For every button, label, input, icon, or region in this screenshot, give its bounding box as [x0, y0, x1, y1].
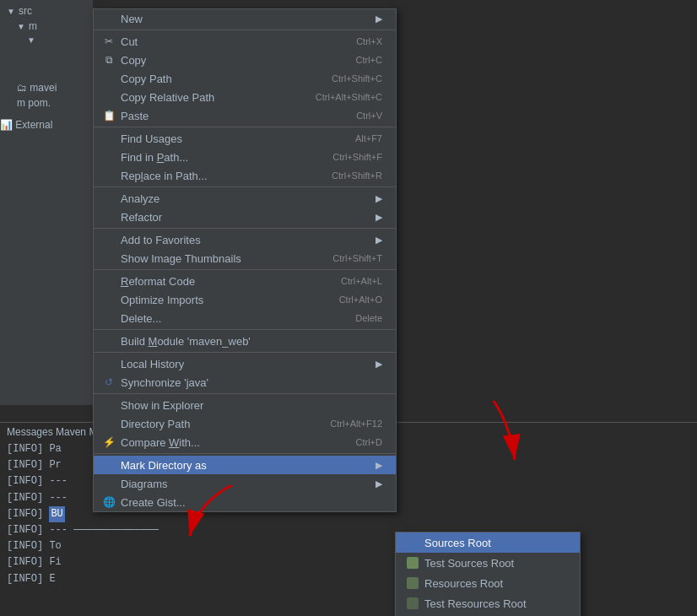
tree-external-label: 📊 External [0, 119, 52, 131]
menu-dir-path[interactable]: Directory Path Ctrl+Alt+F12 [94, 414, 396, 433]
tree-external[interactable]: 📊 External [0, 117, 93, 132]
menu-optimize[interactable]: Optimize Imports Ctrl+Alt+O [94, 290, 396, 309]
compare-icon: ⚡ [102, 435, 116, 449]
delete-shortcut: Delete [355, 313, 382, 323]
tree-src-label: src [19, 5, 32, 17]
menu-sync-label: Synchronize 'java' [121, 376, 208, 389]
menu-copy-path-label: Copy Path [121, 73, 172, 85]
menu-copy-label: Copy [121, 54, 146, 67]
refactor-arrow: ▶ [376, 212, 382, 223]
dir-path-icon [102, 417, 116, 430]
compare-shortcut: Ctrl+D [356, 437, 382, 447]
separator-1 [94, 30, 396, 30]
menu-add-favorites-label: Add to Favorites [121, 234, 201, 246]
menu-build-module[interactable]: Build Module 'maven_web' [94, 332, 396, 350]
tree-pom-label: m pom. [17, 97, 51, 109]
tree-m-label: m [29, 20, 37, 32]
separator-4 [94, 228, 396, 229]
tree-sub[interactable]: ▼ [0, 34, 93, 46]
submenu-test-resources[interactable]: Test Resources Root [396, 593, 580, 613]
menu-mark-dir[interactable]: Mark Directory as ▶ [94, 456, 396, 474]
refactor-icon [102, 210, 116, 224]
analyze-arrow: ▶ [376, 193, 382, 204]
paste-icon: 📋 [102, 109, 116, 122]
menu-dir-path-label: Directory Path [121, 418, 190, 430]
analyze-icon [102, 192, 116, 205]
menu-paste[interactable]: 📋 Paste Ctrl+V [94, 106, 396, 125]
menu-show-explorer[interactable]: Show in Explorer [94, 396, 396, 414]
menu-create-gist-label: Create Gist... [121, 496, 186, 509]
msg-line-8: [INFO] Fi [7, 554, 690, 570]
find-path-shortcut: Ctrl+Shift+F [332, 152, 382, 162]
menu-copy[interactable]: ⧉ Copy Ctrl+C [94, 51, 396, 69]
submenu-resources[interactable]: Resources Root [396, 573, 580, 593]
menu-copy-path[interactable]: Copy Path Ctrl+Shift+C [94, 69, 396, 88]
separator-5 [94, 269, 396, 270]
menu-cut-label: Cut [121, 35, 138, 48]
menu-replace-path-label: Replace in Path... [121, 170, 208, 182]
test-sources-icon [406, 556, 419, 570]
menu-find-path[interactable]: Find in Path... Ctrl+Shift+F [94, 148, 396, 166]
menu-refactor[interactable]: Refactor ▶ [94, 208, 396, 226]
submenu-test-resources-label: Test Resources Root [424, 597, 527, 610]
optimize-shortcut: Ctrl+Alt+O [339, 294, 382, 305]
gist-icon: 🌐 [102, 495, 116, 509]
menu-cut[interactable]: ✂ Cut Ctrl+X [94, 32, 396, 51]
find-usages-shortcut: Alt+F7 [355, 133, 382, 143]
menu-image-thumbnails[interactable]: Show Image Thumbnails Ctrl+Shift+T [94, 249, 396, 267]
msg-line-7: [INFO] To [7, 538, 690, 554]
replace-path-shortcut: Ctrl+Shift+R [332, 170, 382, 181]
menu-create-gist[interactable]: 🌐 Create Gist... [94, 493, 396, 511]
explorer-icon [102, 398, 116, 412]
menu-copy-relative[interactable]: Copy Relative Path Ctrl+Alt+Shift+C [94, 88, 396, 106]
submenu-sources-root[interactable]: Sources Root [396, 532, 580, 553]
menu-add-favorites[interactable]: Add to Favorites ▶ [94, 230, 396, 249]
menu-new-label: New [121, 13, 143, 25]
menu-find-usages[interactable]: Find Usages Alt+F7 [94, 129, 396, 148]
menu-find-usages-label: Find Usages [121, 132, 182, 145]
menu-refactor-label: Refactor [121, 211, 162, 224]
separator-2 [94, 127, 396, 127]
tree-pom[interactable]: m pom. [0, 95, 93, 111]
menu-paste-label: Paste [121, 110, 149, 122]
copy-relative-icon [102, 90, 116, 104]
menu-analyze-label: Analyze [121, 192, 159, 205]
menu-delete-label: Delete... [121, 312, 161, 325]
menu-replace-path[interactable]: Replace in Path... Ctrl+Shift+R [94, 166, 396, 185]
menu-compare[interactable]: ⚡ Compare With... Ctrl+D [94, 433, 396, 451]
build-highlight: BU [49, 506, 64, 522]
tree-maven-label: 🗂 mavei [17, 82, 57, 94]
tree-src[interactable]: ▼ src [0, 3, 93, 19]
tree-m[interactable]: ▼ m [0, 19, 93, 34]
menu-delete[interactable]: Delete... Delete [94, 309, 396, 327]
dir-path-shortcut: Ctrl+Alt+F12 [330, 419, 382, 429]
test-resources-icon [406, 597, 419, 610]
submenu-resources-label: Resources Root [424, 577, 503, 590]
menu-synchronize[interactable]: ↺ Synchronize 'java' [94, 373, 396, 392]
menu-reformat[interactable]: Reformat Code Ctrl+Alt+L [94, 272, 396, 290]
separator-7 [94, 352, 396, 353]
menu-diagrams[interactable]: Diagrams ▶ [94, 474, 396, 493]
favorites-arrow: ▶ [376, 235, 382, 246]
submenu-test-sources-label: Test Sources Root [424, 557, 514, 570]
copy-relative-shortcut: Ctrl+Alt+Shift+C [316, 92, 382, 102]
menu-optimize-label: Optimize Imports [121, 294, 203, 306]
menu-image-label: Show Image Thumbnails [121, 252, 241, 265]
separator-3 [94, 186, 396, 187]
diagrams-arrow: ▶ [376, 478, 382, 489]
submenu-test-sources[interactable]: Test Sources Root [396, 553, 580, 573]
history-arrow: ▶ [376, 359, 382, 370]
build-icon [102, 334, 116, 348]
separator-8 [94, 393, 396, 394]
menu-new[interactable]: New ▶ [94, 9, 396, 28]
folder-icon: ▼ [7, 7, 15, 16]
favorites-icon [102, 233, 116, 246]
tree-maven[interactable]: 🗂 mavei [0, 80, 93, 95]
folder-icon-sub: ▼ [27, 35, 35, 45]
reformat-shortcut: Ctrl+Alt+L [341, 276, 382, 286]
context-menu: New ▶ ✂ Cut Ctrl+X ⧉ Copy Ctrl+C Copy Pa… [93, 8, 397, 512]
menu-build-label: Build Module 'maven_web' [121, 335, 251, 348]
menu-local-history[interactable]: Local History ▶ [94, 354, 396, 373]
menu-analyze[interactable]: Analyze ▶ [94, 189, 396, 208]
menu-reformat-label: Reformat Code [121, 275, 195, 288]
